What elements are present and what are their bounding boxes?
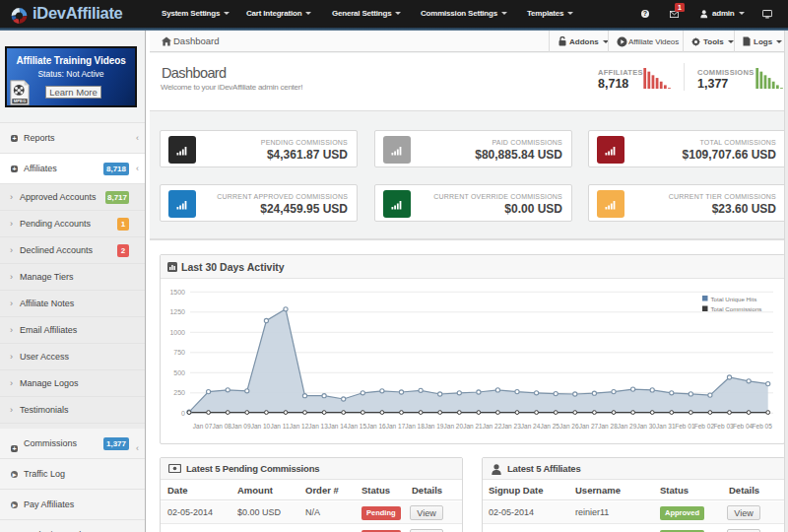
svg-text:Jan 21: Jan 21 <box>463 423 483 430</box>
svg-text:MPEG: MPEG <box>14 99 27 103</box>
svg-text:Jan 20: Jan 20 <box>444 423 464 430</box>
svg-text:Feb 03: Feb 03 <box>713 423 734 430</box>
svg-text:Jan 19: Jan 19 <box>425 423 444 430</box>
svg-text:Jan 31: Jan 31 <box>656 423 676 430</box>
svg-text:Feb 04: Feb 04 <box>733 423 754 430</box>
svg-text:Jan 17: Jan 17 <box>386 423 406 430</box>
svg-text:250: 250 <box>173 389 185 396</box>
svg-text:Jan 09: Jan 09 <box>231 423 251 430</box>
svg-text:Jan 29: Jan 29 <box>618 423 637 430</box>
svg-text:Jan 23: Jan 23 <box>501 423 521 430</box>
svg-text:Jan 22: Jan 22 <box>483 423 502 430</box>
svg-text:Jan 16: Jan 16 <box>366 423 386 430</box>
svg-text:1250: 1250 <box>169 308 185 315</box>
svg-text:Total Commissions: Total Commissions <box>711 305 762 312</box>
svg-text:Jan 28: Jan 28 <box>598 423 618 430</box>
svg-text:Jan 13: Jan 13 <box>308 423 328 430</box>
svg-text:Total Unique Hits: Total Unique Hits <box>711 296 757 302</box>
svg-text:750: 750 <box>173 349 185 356</box>
svg-text:1500: 1500 <box>169 289 185 296</box>
svg-text:Jan 12: Jan 12 <box>290 423 309 430</box>
svg-text:Jan 27: Jan 27 <box>579 423 599 430</box>
svg-text:Feb 02: Feb 02 <box>694 423 715 430</box>
svg-text:Jan 08: Jan 08 <box>212 423 231 430</box>
svg-text:0: 0 <box>181 410 185 417</box>
svg-text:Jan 11: Jan 11 <box>270 423 289 430</box>
svg-text:Jan 30: Jan 30 <box>636 423 656 430</box>
svg-text:Jan 26: Jan 26 <box>559 423 579 430</box>
svg-text:Jan 18: Jan 18 <box>405 423 425 430</box>
svg-text:Jan 25: Jan 25 <box>540 423 559 430</box>
svg-text:500: 500 <box>173 369 185 376</box>
svg-text:Feb 05: Feb 05 <box>753 423 773 430</box>
svg-text:Jan 07: Jan 07 <box>193 423 213 430</box>
svg-text:Feb 01: Feb 01 <box>675 423 695 430</box>
svg-text:1000: 1000 <box>169 329 185 336</box>
svg-text:Jan 10: Jan 10 <box>251 423 271 430</box>
svg-text:Jan 14: Jan 14 <box>328 423 348 430</box>
svg-text:Jan 15: Jan 15 <box>348 423 367 430</box>
svg-text:Jan 24: Jan 24 <box>521 423 541 430</box>
